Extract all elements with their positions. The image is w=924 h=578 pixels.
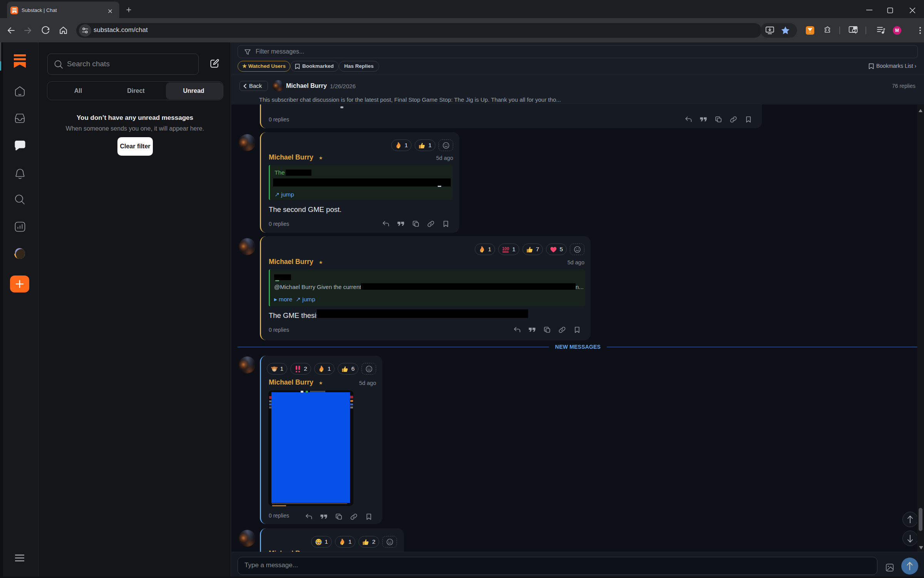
svg-text:100: 100: [502, 246, 509, 251]
